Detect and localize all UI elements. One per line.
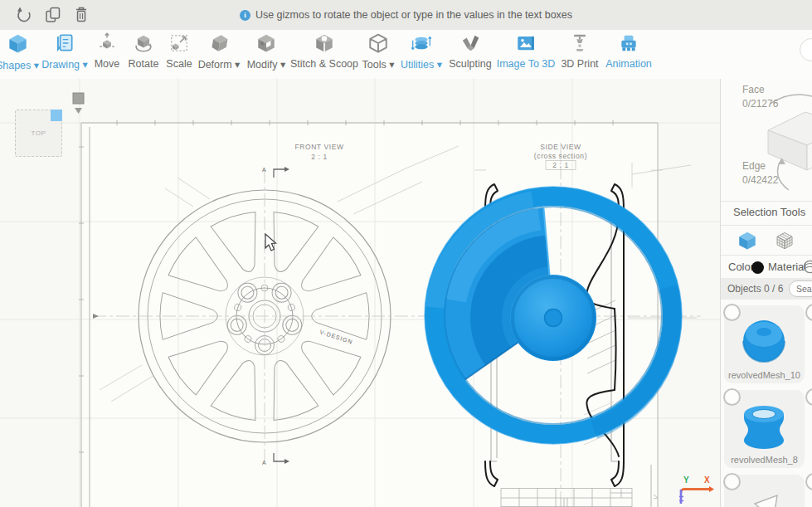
svg-text:A: A (262, 167, 266, 173)
mesh-select-icon[interactable] (775, 231, 795, 254)
main-toolbar: Shapes ▾ Drawing ▾ Move Rotate Scale Def… (0, 30, 812, 80)
front-view-scale: 2 : 1 (311, 153, 328, 161)
drawing-layer: V-DESIGN A A FRONT VIEW (0, 79, 720, 507)
toolbar-item-image-to-3d[interactable]: Image To 3D (496, 32, 556, 70)
status-message-bar: i Use gizmos to rotate the object or typ… (0, 0, 812, 30)
toolbar-item-sculpting[interactable]: Sculpting (445, 32, 496, 70)
material-label: Material (768, 261, 806, 273)
toolbar-item-move[interactable]: Move (90, 32, 124, 70)
revolved-mesh-thumbnail (741, 316, 787, 364)
deform-icon (208, 32, 230, 54)
object-checkbox[interactable] (723, 304, 741, 321)
toolbar-item-stitch-scoop[interactable]: Stitch & Scoop (290, 32, 358, 70)
move-icon (96, 32, 118, 54)
toolbar-item-deform[interactable]: Deform ▾ (196, 32, 242, 71)
revolved-mesh-thumbnail (741, 401, 787, 449)
color-label: Color (728, 261, 754, 273)
right-panel: Face0/21276 Edge0/42422 Selection Tools … (720, 79, 812, 507)
3d-viewport[interactable]: V-DESIGN A A FRONT VIEW (0, 79, 720, 507)
stitch-scoop-icon (314, 32, 335, 54)
solid-select-icon[interactable] (737, 230, 758, 255)
side-view-scale: 2 : 1 (552, 161, 569, 169)
selfcad-app: { "top_bar": { "message": "Use gizmos to… (0, 0, 812, 507)
utilities-icon (411, 32, 432, 54)
toolbar-item-shapes[interactable]: Shapes ▾ (0, 32, 41, 71)
toolbar-item-scale[interactable]: Scale (163, 32, 196, 70)
toolbar-item-rotate[interactable]: Rotate (124, 32, 163, 70)
side-view-subtitle: (cross section) (534, 152, 587, 160)
object-checkbox[interactable] (723, 473, 741, 490)
rotate-icon (133, 32, 154, 54)
status-message: Use gizmos to rotate the object or type … (255, 9, 572, 21)
object-checkbox[interactable] (805, 304, 812, 321)
object-checkbox[interactable] (805, 473, 812, 490)
object-name: revolvedMesh_8 (731, 455, 798, 465)
animation-icon (618, 32, 639, 54)
objects-header-band: Objects 0 / 6 (721, 278, 812, 300)
divider (721, 225, 812, 226)
toolbar-item-tools[interactable]: Tools ▾ (358, 32, 398, 71)
sketch-thumbnail (741, 485, 787, 507)
side-view-title: SIDE VIEW (540, 143, 581, 151)
hub-nub (545, 310, 562, 327)
viewcube-corner-highlight[interactable] (51, 110, 62, 121)
print-3d-icon (569, 32, 591, 54)
axis-y-label: Y (683, 475, 689, 485)
face-counter: Face0/21276 (742, 83, 778, 111)
object-checkbox[interactable] (723, 388, 741, 406)
toolbar-item-drawing[interactable]: Drawing ▾ (41, 32, 88, 71)
top-bar: i Use gizmos to rotate the object or typ… (0, 0, 812, 30)
toolbar-item-3d-print[interactable]: 3D Print (556, 32, 604, 70)
edge-counter: Edge0/42422 (742, 159, 778, 188)
search-input[interactable] (789, 280, 812, 297)
viewcube-top-face[interactable]: TOP (32, 129, 46, 137)
toolbar-item-animation[interactable]: Animation (604, 32, 654, 70)
material-icon[interactable] (802, 259, 812, 278)
object-name: revolvedMesh_10 (728, 370, 800, 380)
canvas-handle-marker[interactable] (73, 93, 84, 114)
sculpting-icon (459, 32, 481, 54)
drawing-icon (54, 32, 75, 54)
axis-indicator: Y X (679, 475, 714, 504)
color-swatch[interactable] (751, 261, 764, 274)
selection-tools-header: Selection Tools (733, 206, 805, 218)
divider (721, 255, 812, 256)
shapes-icon (7, 32, 29, 55)
toolbar-item-utilities[interactable]: Utilities ▾ (398, 32, 445, 71)
front-view-title: FRONT VIEW (294, 143, 343, 151)
svg-text:A: A (262, 460, 266, 466)
toolbar-overflow-button[interactable] (800, 38, 812, 61)
object-checkbox[interactable] (805, 388, 812, 406)
tools-icon (367, 32, 389, 54)
toolbar-item-modify[interactable]: Modify ▾ (242, 32, 290, 71)
objects-count: Objects 0 / 6 (727, 283, 783, 295)
modify-icon (255, 32, 277, 54)
image-to-3d-icon (515, 32, 537, 54)
divider (721, 201, 812, 202)
axis-x-label: X (704, 475, 710, 485)
viewcube[interactable]: TOP (15, 110, 62, 157)
scale-icon (168, 32, 190, 54)
info-icon: i (240, 10, 250, 21)
